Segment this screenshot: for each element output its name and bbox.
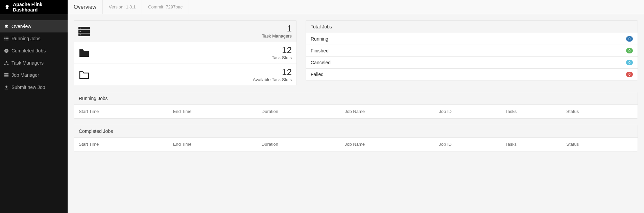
main-content: Overview Version: 1.8.1 Commit: 7297bac … — [68, 0, 644, 213]
col-duration[interactable]: Duration — [262, 105, 345, 118]
svg-rect-1 — [4, 37, 5, 38]
stat-task-slots: 12 Task Slots — [74, 42, 296, 64]
col-tasks[interactable]: Tasks — [505, 105, 566, 118]
svg-point-17 — [80, 31, 81, 32]
version-info: Version: 1.8.1 — [103, 0, 142, 14]
col-job-name[interactable]: Job Name — [345, 105, 439, 118]
col-start-time[interactable]: Start Time — [79, 138, 173, 151]
page-title: Overview — [68, 0, 103, 14]
panel-title: Running Jobs — [74, 92, 638, 105]
status-count: 0 — [626, 72, 633, 77]
sidebar-item-label: Completed Jobs — [11, 48, 46, 53]
sidebar-item-task-managers[interactable]: Task Managers — [0, 57, 68, 69]
sidebar-item-submit-job[interactable]: Submit new Job — [0, 81, 68, 93]
col-job-name[interactable]: Job Name — [345, 138, 439, 151]
svg-point-0 — [6, 5, 9, 8]
status-label: Running — [311, 36, 626, 42]
status-running: Running 0 — [306, 33, 638, 45]
sidebar-item-label: Task Managers — [11, 60, 44, 66]
svg-rect-2 — [5, 37, 8, 38]
completed-jobs-table: Start Time End Time Duration Job Name Jo… — [79, 138, 633, 151]
server-icon — [4, 73, 9, 77]
status-canceled: Canceled 0 — [306, 57, 638, 69]
col-status[interactable]: Status — [566, 105, 633, 118]
svg-rect-12 — [4, 75, 8, 77]
sitemap-icon — [4, 61, 9, 65]
stat-available-slots: 12 Available Task Slots — [74, 64, 296, 86]
sidebar-item-overview[interactable]: Overview — [0, 20, 68, 32]
status-label: Canceled — [311, 60, 626, 65]
folder-icon — [74, 49, 94, 57]
brand: Apache Flink Dashboard — [0, 0, 68, 14]
stat-label: Task Managers — [94, 33, 292, 39]
status-label: Failed — [311, 72, 626, 77]
col-job-id[interactable]: Job ID — [439, 105, 505, 118]
col-tasks[interactable]: Tasks — [505, 138, 566, 151]
sidebar-item-label: Submit new Job — [11, 85, 45, 90]
sidebar-item-running-jobs[interactable]: Running Jobs — [0, 32, 68, 45]
nav-list: Overview Running Jobs Completed Jobs Tas… — [0, 20, 68, 93]
completed-jobs-panel: Completed Jobs Start Time End Time Durat… — [74, 125, 638, 151]
panel-title: Total Jobs — [306, 21, 638, 33]
commit-info: Commit: 7297bac — [142, 0, 189, 14]
sidebar-item-completed-jobs[interactable]: Completed Jobs — [0, 45, 68, 57]
folder-open-icon — [74, 70, 94, 79]
sidebar: Apache Flink Dashboard Overview Running … — [0, 0, 68, 213]
stat-value: 1 — [94, 24, 292, 33]
servers-icon — [74, 27, 94, 36]
check-circle-icon — [4, 48, 9, 53]
col-status[interactable]: Status — [566, 138, 633, 151]
col-end-time[interactable]: End Time — [173, 105, 262, 118]
status-finished: Finished 0 — [306, 45, 638, 57]
running-jobs-panel: Running Jobs Start Time End Time Duratio… — [74, 92, 638, 119]
svg-rect-4 — [5, 38, 8, 39]
sidebar-item-label: Job Manager — [11, 72, 39, 78]
svg-rect-10 — [7, 64, 9, 65]
col-duration[interactable]: Duration — [262, 138, 345, 151]
svg-rect-11 — [4, 73, 8, 75]
stat-value: 12 — [94, 46, 292, 54]
sidebar-item-label: Overview — [11, 24, 31, 29]
col-start-time[interactable]: Start Time — [79, 105, 173, 118]
status-count: 0 — [626, 36, 633, 42]
panel-title: Completed Jobs — [74, 125, 638, 138]
brand-title: Apache Flink Dashboard — [13, 2, 64, 13]
total-jobs-panel: Total Jobs Running 0 Finished 0 — [306, 20, 638, 80]
upload-icon — [4, 85, 9, 90]
stat-label: Task Slots — [94, 55, 292, 60]
svg-rect-9 — [4, 64, 6, 65]
stat-label: Available Task Slots — [94, 77, 292, 82]
sidebar-item-label: Running Jobs — [11, 36, 41, 41]
svg-rect-5 — [4, 40, 5, 41]
svg-rect-3 — [4, 38, 5, 39]
topbar: Overview Version: 1.8.1 Commit: 7297bac — [68, 0, 644, 14]
stat-task-managers: 1 Task Managers — [74, 21, 296, 42]
cluster-stats-panel: 1 Task Managers 12 Task Slots — [74, 20, 297, 86]
flink-logo-icon — [4, 4, 10, 10]
col-end-time[interactable]: End Time — [173, 138, 262, 151]
sidebar-item-job-manager[interactable]: Job Manager — [0, 69, 68, 81]
status-count: 0 — [626, 60, 633, 65]
svg-rect-6 — [5, 40, 8, 41]
stat-value: 12 — [94, 68, 292, 76]
list-icon — [4, 36, 9, 41]
dashboard-icon — [4, 24, 9, 29]
svg-point-16 — [80, 27, 81, 28]
col-job-id[interactable]: Job ID — [439, 138, 505, 151]
running-jobs-table: Start Time End Time Duration Job Name Jo… — [79, 105, 633, 118]
status-count: 0 — [626, 48, 633, 53]
svg-point-18 — [80, 34, 81, 35]
status-label: Finished — [311, 48, 626, 53]
status-failed: Failed 0 — [306, 69, 638, 80]
content: 1 Task Managers 12 Task Slots — [68, 14, 644, 164]
svg-rect-8 — [6, 61, 7, 62]
